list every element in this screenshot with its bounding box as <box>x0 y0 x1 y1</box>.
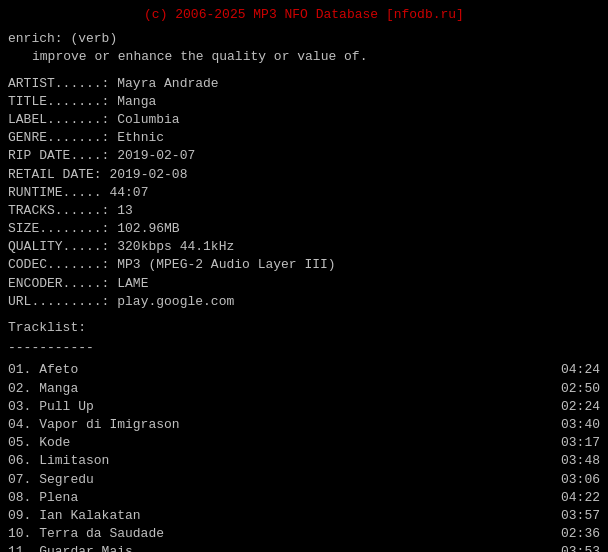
tracks-list: 01. Afeto04:2402. Manga02:5003. Pull Up0… <box>8 361 600 552</box>
title-value-text: Manga <box>117 94 156 109</box>
title-label: TITLE.......: <box>8 94 109 109</box>
track-row: 10. Terra da Saudade02:36 <box>8 525 600 543</box>
tracklist-divider: ----------- <box>8 339 600 357</box>
track-duration: 03:48 <box>560 452 600 470</box>
runtime-value-text: 44:07 <box>109 185 148 200</box>
label-label: LABEL.......: <box>8 112 109 127</box>
track-duration: 03:57 <box>560 507 600 525</box>
url-row: URL.........: play.google.com <box>8 293 600 311</box>
enrich-definition: improve or enhance the quality or value … <box>8 48 600 66</box>
encoder-value-text: LAME <box>117 276 148 291</box>
rip-date-label: RIP DATE....: <box>8 148 109 163</box>
runtime-row: RUNTIME..... 44:07 <box>8 184 600 202</box>
genre-value-text: Ethnic <box>117 130 164 145</box>
runtime-label: RUNTIME..... <box>8 185 102 200</box>
track-duration: 02:36 <box>560 525 600 543</box>
size-label: SIZE........: <box>8 221 109 236</box>
header-copyright: (c) 2006-2025 MP3 NFO Database [nfodb.ru… <box>8 6 600 24</box>
url-label: URL.........: <box>8 294 109 309</box>
track-duration: 03:53 <box>560 543 600 552</box>
track-name: 06. Limitason <box>8 452 560 470</box>
artist-row: ARTIST......: Mayra Andrade <box>8 75 600 93</box>
size-value-text: 102.96MB <box>117 221 179 236</box>
track-name: 07. Segredu <box>8 471 560 489</box>
title-row: TITLE.......: Manga <box>8 93 600 111</box>
track-row: 08. Plena04:22 <box>8 489 600 507</box>
track-name: 03. Pull Up <box>8 398 560 416</box>
track-duration: 03:17 <box>560 434 600 452</box>
tracks-value-text: 13 <box>117 203 133 218</box>
quality-row: QUALITY.....: 320kbps 44.1kHz <box>8 238 600 256</box>
encoder-row: ENCODER.....: LAME <box>8 275 600 293</box>
track-row: 09. Ian Kalakatan03:57 <box>8 507 600 525</box>
codec-row: CODEC.......: MP3 (MPEG-2 Audio Layer II… <box>8 256 600 274</box>
quality-value-text: 320kbps 44.1kHz <box>117 239 234 254</box>
label-value-text: Columbia <box>117 112 179 127</box>
quality-label: QUALITY.....: <box>8 239 109 254</box>
url-value-text: play.google.com <box>117 294 234 309</box>
track-row: 02. Manga02:50 <box>8 380 600 398</box>
track-name: 05. Kode <box>8 434 560 452</box>
codec-value-text: MP3 (MPEG-2 Audio Layer III) <box>117 257 335 272</box>
retail-date-value-text: 2019-02-08 <box>109 167 187 182</box>
track-name: 01. Afeto <box>8 361 560 379</box>
tracklist-section: Tracklist: ----------- 01. Afeto04:2402.… <box>8 319 600 552</box>
track-duration: 02:24 <box>560 398 600 416</box>
track-name: 10. Terra da Saudade <box>8 525 560 543</box>
artist-label: ARTIST......: <box>8 76 109 91</box>
track-row: 06. Limitason03:48 <box>8 452 600 470</box>
track-name: 08. Plena <box>8 489 560 507</box>
track-duration: 04:24 <box>560 361 600 379</box>
track-row: 05. Kode03:17 <box>8 434 600 452</box>
genre-label: GENRE.......: <box>8 130 109 145</box>
track-name: 02. Manga <box>8 380 560 398</box>
rip-date-row: RIP DATE....: 2019-02-07 <box>8 147 600 165</box>
metadata-block: ARTIST......: Mayra Andrade TITLE.......… <box>8 75 600 311</box>
artist-value-text: Mayra Andrade <box>117 76 218 91</box>
track-row: 07. Segredu03:06 <box>8 471 600 489</box>
codec-label: CODEC.......: <box>8 257 109 272</box>
track-row: 11. Guardar Mais03:53 <box>8 543 600 552</box>
rip-date-value-text: 2019-02-07 <box>117 148 195 163</box>
track-duration: 03:06 <box>560 471 600 489</box>
track-duration: 03:40 <box>560 416 600 434</box>
enrich-label: enrich: (verb) <box>8 30 600 48</box>
track-row: 01. Afeto04:24 <box>8 361 600 379</box>
retail-date-row: RETAIL DATE: 2019-02-08 <box>8 166 600 184</box>
tracks-label: TRACKS......: <box>8 203 109 218</box>
tracklist-header: Tracklist: <box>8 319 600 337</box>
track-name: 04. Vapor di Imigrason <box>8 416 560 434</box>
track-row: 03. Pull Up02:24 <box>8 398 600 416</box>
track-duration: 02:50 <box>560 380 600 398</box>
tracks-row: TRACKS......: 13 <box>8 202 600 220</box>
encoder-label: ENCODER.....: <box>8 276 109 291</box>
genre-row: GENRE.......: Ethnic <box>8 129 600 147</box>
track-name: 11. Guardar Mais <box>8 543 560 552</box>
retail-date-label: RETAIL DATE: <box>8 167 102 182</box>
label-row: LABEL.......: Columbia <box>8 111 600 129</box>
track-row: 04. Vapor di Imigrason03:40 <box>8 416 600 434</box>
track-name: 09. Ian Kalakatan <box>8 507 560 525</box>
track-duration: 04:22 <box>560 489 600 507</box>
size-row: SIZE........: 102.96MB <box>8 220 600 238</box>
